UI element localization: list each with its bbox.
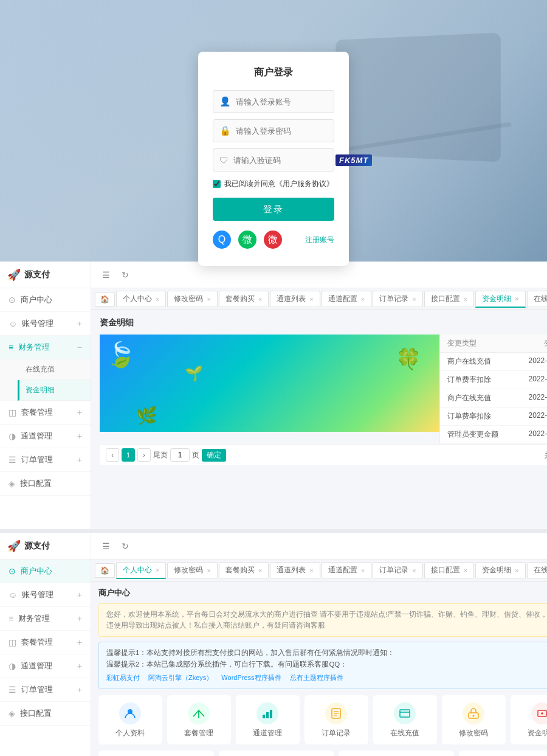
- tab-close-channel-list[interactable]: ×: [309, 296, 313, 303]
- sidebar-item-api[interactable]: ◈ 接口配置: [0, 472, 91, 496]
- card-channel-mgmt[interactable]: 通道管理: [236, 695, 300, 744]
- tab-close-change-pwd[interactable]: ×: [207, 296, 210, 303]
- menu-toggle-btn[interactable]: ☰: [97, 266, 114, 283]
- svg-rect-2: [263, 715, 265, 718]
- mc-tab-package-buy[interactable]: 套餐购买 ×: [219, 562, 269, 578]
- card-personal-info[interactable]: 个人资料: [98, 695, 162, 744]
- mc-content-title: 商户中心: [98, 588, 547, 598]
- sidebar-item-recharge[interactable]: 在线充值: [19, 359, 91, 380]
- mc-tab-api-config[interactable]: 接口配置 ×: [424, 562, 474, 578]
- notice-bar-1: 您好，欢迎使用本系统，平台每日会对交易流水大的商户进行抽查 请不要用于违规站点!…: [98, 603, 547, 637]
- tab-channel-config[interactable]: 通道配置 ×: [322, 291, 371, 307]
- tab-personal[interactable]: 个人中心 ×: [116, 291, 166, 307]
- sidebar2-item-merchant[interactable]: ⊙ 商户中心: [0, 560, 91, 583]
- mc-tab-close-balance[interactable]: ×: [515, 567, 518, 574]
- tab-channel-list[interactable]: 通道列表 ×: [270, 291, 320, 307]
- mc-menu-toggle-btn[interactable]: ☰: [97, 538, 114, 555]
- sidebar2-item-package[interactable]: ◫ 套餐管理 +: [0, 631, 91, 654]
- agree-checkbox[interactable]: [213, 180, 221, 188]
- mc-tab-personal[interactable]: 个人中心 ×: [116, 562, 166, 579]
- mc-tab-close-channel-config[interactable]: ×: [361, 567, 365, 574]
- current-page-btn[interactable]: 1: [122, 448, 135, 462]
- sidebar-item-account[interactable]: ☺ 账号管理 +: [0, 312, 91, 336]
- weibo-login-icon[interactable]: 微: [264, 231, 282, 249]
- tab-close-package-buy[interactable]: ×: [258, 296, 262, 303]
- qq-login-icon[interactable]: Q: [213, 231, 231, 249]
- sidebar2-label-package: 套餐管理: [21, 637, 53, 648]
- card-balance-detail[interactable]: 资金明细: [511, 695, 547, 744]
- sidebar-item-package[interactable]: ◫ 套餐管理 +: [0, 401, 91, 425]
- sidebar-item-merchant[interactable]: ⊙ 商户中心: [0, 288, 91, 312]
- card-label-package: 套餐管理: [184, 728, 213, 738]
- card-package-mgmt[interactable]: 套餐管理: [167, 695, 231, 744]
- leaf-icon-3: 🍀: [396, 347, 421, 371]
- wechat-login-icon[interactable]: 微: [238, 231, 256, 249]
- sidebar-item-channel[interactable]: ◑ 通道管理 +: [0, 425, 91, 448]
- mc-tab-home[interactable]: 🏠: [95, 563, 115, 578]
- tab-package-buy[interactable]: 套餐购买 ×: [219, 291, 269, 307]
- change-pwd-icon: [463, 702, 484, 724]
- tab-close-api-config[interactable]: ×: [464, 296, 467, 303]
- captcha-input[interactable]: [233, 156, 335, 165]
- tab-home[interactable]: 🏠: [95, 292, 115, 307]
- sidebar2-item-order[interactable]: ☰ 订单管理 +: [0, 678, 91, 702]
- mc-tab-balance[interactable]: 资金明细 ×: [475, 562, 525, 578]
- captcha-image[interactable]: FK5MT: [335, 154, 372, 166]
- tab-change-pwd[interactable]: 修改密码 ×: [167, 291, 217, 307]
- tab-close-order-record[interactable]: ×: [412, 296, 416, 303]
- notice-link-2[interactable]: 阿淘云引擎（Zkeys）: [148, 672, 213, 684]
- sidebar-item-finance[interactable]: ≡ 财务管理 −: [0, 336, 91, 359]
- notice-link-1[interactable]: 彩虹易支付: [106, 672, 140, 684]
- register-link[interactable]: 注册账号: [305, 235, 334, 245]
- account-icon: ☺: [9, 319, 17, 328]
- tab-online-recharge[interactable]: 在线充值 ×: [527, 291, 548, 307]
- page-confirm-btn[interactable]: 确定: [202, 449, 226, 462]
- sidebar2-item-api[interactable]: ◈ 接口配置: [0, 702, 91, 726]
- password-input[interactable]: [236, 127, 328, 136]
- mc-tab-channel-config[interactable]: 通道配置 ×: [322, 562, 371, 578]
- prev-page-btn[interactable]: ‹: [106, 448, 119, 462]
- col-date: 变更时: [544, 338, 547, 349]
- mc-tab-close-api-config[interactable]: ×: [464, 567, 467, 574]
- card-order-record[interactable]: 订单记录: [304, 695, 368, 744]
- mc-tab-channel-list[interactable]: 通道列表 ×: [270, 562, 320, 578]
- mc-tab-close-channel-list[interactable]: ×: [309, 567, 313, 574]
- tab-close-channel-config[interactable]: ×: [361, 296, 365, 303]
- mc-tab-close-package-buy[interactable]: ×: [258, 567, 262, 574]
- page-number-input[interactable]: [170, 448, 190, 462]
- flow-card-daily: 平台流水 日 ¥101.01 今日流水金额: [98, 751, 214, 756]
- channel-plus-icon: +: [77, 431, 82, 441]
- mc-tab-online-recharge[interactable]: 在线充值 ×: [527, 562, 548, 578]
- mc-tab-close-order-record[interactable]: ×: [412, 567, 416, 574]
- mc-tab-order-record[interactable]: 订单记录 ×: [373, 562, 422, 578]
- tab-balance[interactable]: 资金明细 ×: [475, 291, 525, 308]
- login-button[interactable]: 登录: [213, 198, 334, 221]
- tab-order-record[interactable]: 订单记录 ×: [373, 291, 422, 307]
- channel2-icon: ◑: [9, 661, 16, 671]
- sidebar-item-order[interactable]: ☰ 订单管理 +: [0, 448, 91, 472]
- order-plus-icon: +: [77, 455, 82, 465]
- card-online-recharge[interactable]: 在线充值: [373, 695, 437, 744]
- mc-refresh-btn[interactable]: ↻: [117, 538, 134, 555]
- refresh-btn[interactable]: ↻: [117, 266, 134, 283]
- sidebar2-item-channel[interactable]: ◑ 通道管理 +: [0, 654, 91, 678]
- next-page-btn[interactable]: ›: [137, 448, 151, 462]
- lock-icon: 🔒: [219, 125, 231, 136]
- tab-close-personal[interactable]: ×: [156, 296, 159, 303]
- tab-close-balance[interactable]: ×: [515, 295, 518, 302]
- sidebar-item-balance[interactable]: 资金明细: [18, 380, 91, 401]
- col-type: 变更类型: [447, 338, 476, 349]
- row-type-4: 订单费率扣除: [447, 411, 491, 421]
- notice-link-4[interactable]: 总有主题程序插件: [290, 672, 343, 684]
- tab-api-config[interactable]: 接口配置 ×: [424, 291, 474, 307]
- mc-tab-close-change-pwd[interactable]: ×: [207, 567, 210, 574]
- sidebar2-item-finance[interactable]: ≡ 财务管理 +: [0, 607, 91, 631]
- mc-tab-close-personal[interactable]: ×: [156, 566, 159, 574]
- card-change-pwd[interactable]: 修改密码: [442, 695, 506, 744]
- username-input[interactable]: [236, 97, 328, 106]
- sidebar2-item-account[interactable]: ☺ 账号管理 +: [0, 583, 91, 607]
- notice-link-3[interactable]: WordPress程序插件: [221, 672, 281, 684]
- table-content: 🍃 🌿 🍀 🌱 变更类型 变更时: [100, 335, 547, 444]
- mc-tab-change-pwd[interactable]: 修改密码 ×: [167, 562, 217, 578]
- account2-icon: ☺: [9, 590, 17, 600]
